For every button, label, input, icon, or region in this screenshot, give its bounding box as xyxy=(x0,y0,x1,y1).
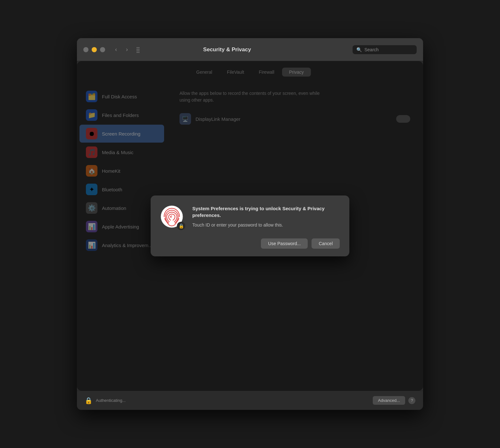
minimize-button[interactable] xyxy=(92,47,97,52)
dialog-title: System Preferences is trying to unlock S… xyxy=(192,205,340,219)
advanced-button[interactable]: Advanced... xyxy=(373,396,405,405)
search-bar[interactable]: 🔍 Search xyxy=(353,45,417,54)
dialog-buttons: Use Password... Cancel xyxy=(160,238,340,249)
search-icon: 🔍 xyxy=(356,47,362,52)
close-button[interactable] xyxy=(83,47,88,52)
main-window: ‹ › ⣿ Security & Privacy 🔍 Search Genera… xyxy=(77,38,423,410)
dialog-description: Touch ID or enter your password to allow… xyxy=(192,222,340,228)
search-placeholder: Search xyxy=(364,47,379,52)
titlebar: ‹ › ⣿ Security & Privacy 🔍 Search xyxy=(77,38,423,61)
main-content: General FileVault Firewall Privacy 🗂️ Fu… xyxy=(77,61,423,391)
fingerprint-icon-wrap: 🔒 xyxy=(160,205,186,231)
help-button[interactable]: ? xyxy=(408,397,415,404)
use-password-button[interactable]: Use Password... xyxy=(261,238,308,249)
unlock-dialog: 🔒 System Preferences is trying to unlock… xyxy=(151,195,349,256)
cancel-button[interactable]: Cancel xyxy=(312,238,340,249)
lock-icon: 🔒 xyxy=(85,397,93,404)
dialog-body: 🔒 System Preferences is trying to unlock… xyxy=(160,205,340,231)
bottom-bar: 🔒 Authenticating... Advanced... ? xyxy=(77,391,423,410)
dialog-text: System Preferences is trying to unlock S… xyxy=(192,205,340,228)
lock-badge-icon: 🔒 xyxy=(177,222,185,230)
lock-status-text: Authenticating... xyxy=(96,398,126,403)
lock-status-area: 🔒 Authenticating... xyxy=(85,397,126,404)
window-title: Security & Privacy xyxy=(102,46,353,53)
